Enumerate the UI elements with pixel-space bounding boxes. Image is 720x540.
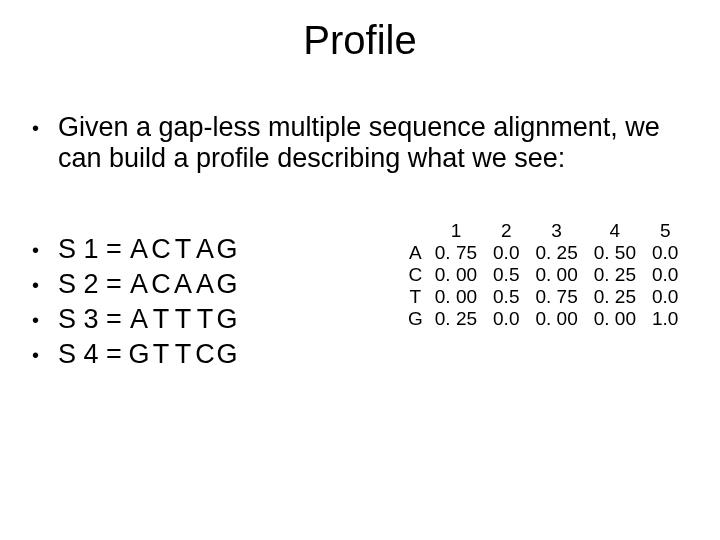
table-row: G 0. 25 0.0 0. 00 0. 00 1.0 bbox=[400, 308, 686, 330]
seq-char: A bbox=[128, 304, 150, 335]
cell: 0. 25 bbox=[586, 264, 644, 286]
cell: 0.0 bbox=[644, 264, 686, 286]
cell: 0.0 bbox=[644, 242, 686, 264]
sequence-row: • S 4 = GTTCG bbox=[32, 339, 238, 370]
cell: 0. 25 bbox=[586, 286, 644, 308]
sequence-list: • S 1 = ACTAG • S 2 = ACAAG • S 3 = ATTT… bbox=[32, 230, 238, 374]
cell: 0.0 bbox=[485, 308, 527, 330]
seq-char: T bbox=[172, 304, 194, 335]
cell: 0.0 bbox=[644, 286, 686, 308]
sequence-row: • S 1 = ACTAG bbox=[32, 234, 238, 265]
bullet-icon: • bbox=[32, 340, 58, 370]
seq-char: G bbox=[216, 339, 238, 370]
cell: 0. 25 bbox=[427, 308, 485, 330]
col-header: 3 bbox=[527, 220, 585, 242]
seq-char: A bbox=[194, 269, 216, 300]
cell: 0. 00 bbox=[527, 264, 585, 286]
seq-char: C bbox=[194, 339, 216, 370]
cell: 0. 25 bbox=[527, 242, 585, 264]
cell: 0. 00 bbox=[527, 308, 585, 330]
slide: Profile • Given a gap-less multiple sequ… bbox=[0, 0, 720, 540]
sequence-letters: ACAAG bbox=[128, 269, 238, 300]
seq-char: A bbox=[172, 269, 194, 300]
table-row: A 0. 75 0.0 0. 25 0. 50 0.0 bbox=[400, 242, 686, 264]
slide-title: Profile bbox=[0, 18, 720, 63]
sequence-letters: ATTTG bbox=[128, 304, 238, 335]
sequence-label: S 3 = bbox=[58, 304, 128, 335]
cell: 0.0 bbox=[485, 242, 527, 264]
row-header: C bbox=[400, 264, 427, 286]
table-row: T 0. 00 0.5 0. 75 0. 25 0.0 bbox=[400, 286, 686, 308]
seq-char: T bbox=[150, 304, 172, 335]
seq-char: C bbox=[150, 234, 172, 265]
seq-char: T bbox=[172, 339, 194, 370]
seq-char: T bbox=[172, 234, 194, 265]
bullet-icon: • bbox=[32, 270, 58, 300]
bullet-icon: • bbox=[32, 112, 58, 144]
cell: 0.5 bbox=[485, 264, 527, 286]
cell: 0. 00 bbox=[427, 286, 485, 308]
cell: 0.5 bbox=[485, 286, 527, 308]
cell: 0. 50 bbox=[586, 242, 644, 264]
sequence-row: • S 3 = ATTTG bbox=[32, 304, 238, 335]
sequence-letters: ACTAG bbox=[128, 234, 238, 265]
seq-char: G bbox=[216, 269, 238, 300]
cell: 0. 00 bbox=[586, 308, 644, 330]
seq-char: A bbox=[128, 234, 150, 265]
seq-char: A bbox=[128, 269, 150, 300]
cell: 1.0 bbox=[644, 308, 686, 330]
cell: 0. 75 bbox=[527, 286, 585, 308]
sequence-letters: GTTCG bbox=[128, 339, 238, 370]
col-header: 5 bbox=[644, 220, 686, 242]
seq-char: A bbox=[194, 234, 216, 265]
col-header: 1 bbox=[427, 220, 485, 242]
bullet-icon: • bbox=[32, 235, 58, 265]
col-header: 2 bbox=[485, 220, 527, 242]
cell: 0. 75 bbox=[427, 242, 485, 264]
bullet-icon: • bbox=[32, 305, 58, 335]
row-header: G bbox=[400, 308, 427, 330]
seq-char: T bbox=[194, 304, 216, 335]
row-header: A bbox=[400, 242, 427, 264]
seq-char: T bbox=[150, 339, 172, 370]
seq-char: G bbox=[216, 234, 238, 265]
sequence-row: • S 2 = ACAAG bbox=[32, 269, 238, 300]
sequence-label: S 1 = bbox=[58, 234, 128, 265]
table-header-row: 1 2 3 4 5 bbox=[400, 220, 686, 242]
row-header: T bbox=[400, 286, 427, 308]
seq-char: G bbox=[216, 304, 238, 335]
intro-text: Given a gap-less multiple sequence align… bbox=[58, 112, 696, 174]
table-row: C 0. 00 0.5 0. 00 0. 25 0.0 bbox=[400, 264, 686, 286]
intro-bullet: • Given a gap-less multiple sequence ali… bbox=[32, 112, 696, 174]
profile-table: 1 2 3 4 5 A 0. 75 0.0 0. 25 0. 50 0.0 C … bbox=[400, 220, 686, 330]
sequence-label: S 4 = bbox=[58, 339, 128, 370]
sequence-label: S 2 = bbox=[58, 269, 128, 300]
col-header: 4 bbox=[586, 220, 644, 242]
seq-char: G bbox=[128, 339, 150, 370]
cell: 0. 00 bbox=[427, 264, 485, 286]
seq-char: C bbox=[150, 269, 172, 300]
